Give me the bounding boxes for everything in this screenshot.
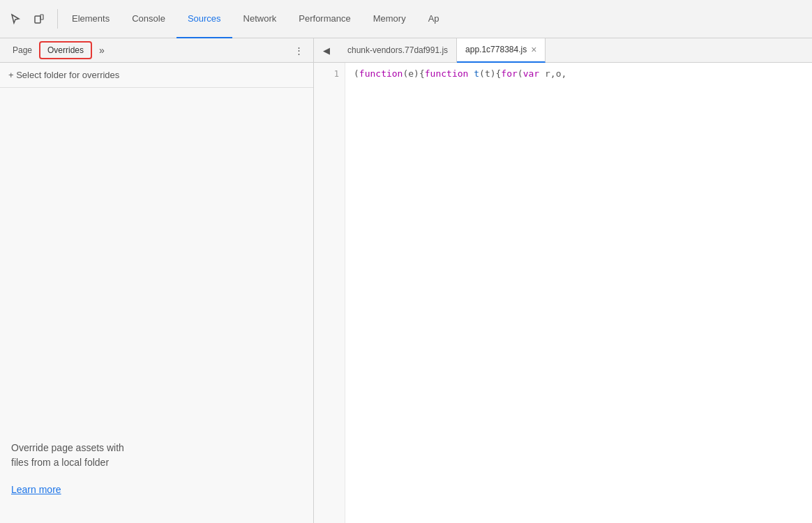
sidebar-tab-page[interactable]: Page: [6, 41, 39, 59]
sidebar-content: Override page assets withfiles from a lo…: [0, 88, 313, 523]
tab-performance[interactable]: Performance: [287, 0, 361, 38]
code-paren3: ){: [414, 68, 425, 79]
code-editor: 1 (function(e){function t(t){for(var r,o…: [314, 63, 812, 523]
tab-console[interactable]: Console: [121, 0, 176, 38]
tab-elements[interactable]: Elements: [61, 0, 121, 38]
code-paren6: (: [518, 68, 523, 79]
tab-network[interactable]: Network: [232, 0, 288, 38]
code-paren5: ){: [490, 68, 502, 79]
file-tab-chunk-vendors[interactable]: chunk-vendors.77daf991.js: [339, 38, 457, 63]
code-keyword-function2: function: [425, 68, 469, 79]
code-comma2: ,: [561, 68, 566, 79]
line-number: 1: [334, 67, 339, 81]
tab-sources[interactable]: Sources: [176, 0, 232, 38]
select-folder-action[interactable]: + Select folder for overrides: [0, 63, 313, 88]
device-toggle-icon[interactable]: [29, 9, 49, 29]
tab-memory[interactable]: Memory: [362, 0, 417, 38]
file-tab-close-button[interactable]: ×: [531, 45, 536, 54]
main-layout: Page Overrides » ⋮ + Select folder for o…: [0, 38, 812, 523]
override-description: Override page assets withfiles from a lo…: [11, 441, 302, 470]
code-func-name-t: t: [474, 68, 479, 79]
sidebar-tab-overrides[interactable]: Overrides: [39, 41, 92, 59]
main-nav-tabs: Elements Console Sources Network Perform…: [61, 0, 806, 38]
tab-application[interactable]: Ap: [417, 0, 451, 38]
code-comma: ,: [550, 68, 556, 79]
file-tabs: ◀ chunk-vendors.77daf991.js app.1c778384…: [314, 38, 812, 63]
code-keyword-for: for: [501, 68, 517, 79]
sidebar-tabs: Page Overrides » ⋮: [0, 38, 313, 63]
sidebar: Page Overrides » ⋮ + Select folder for o…: [0, 38, 314, 523]
code-paren4: (: [479, 68, 485, 79]
svg-rect-0: [35, 16, 40, 23]
sidebar-menu-button[interactable]: ⋮: [290, 43, 308, 59]
learn-more-link[interactable]: Learn more: [11, 484, 302, 495]
code-keyword-var: var: [523, 68, 539, 79]
code-panel: ◀ chunk-vendors.77daf991.js app.1c778384…: [314, 38, 812, 523]
code-param-e: e: [408, 68, 414, 79]
code-keyword-function: function: [359, 68, 403, 79]
svg-rect-1: [40, 15, 43, 20]
devtools-toolbar: Elements Console Sources Network Perform…: [0, 0, 812, 38]
toolbar-icons: [6, 9, 58, 29]
code-param-t: t: [485, 68, 490, 79]
sidebar-more-button[interactable]: »: [95, 42, 109, 59]
code-content[interactable]: (function(e){function t(t){for(var r,o,: [345, 63, 812, 523]
file-tab-app[interactable]: app.1c778384.js ×: [457, 38, 546, 63]
nav-back-button[interactable]: ◀: [317, 40, 336, 60]
code-var-r: r: [545, 68, 550, 79]
cursor-icon[interactable]: [6, 9, 25, 29]
code-paren: (: [354, 68, 359, 79]
line-numbers: 1: [314, 63, 345, 523]
code-line-1: (function(e){function t(t){for(var r,o,: [354, 67, 804, 81]
